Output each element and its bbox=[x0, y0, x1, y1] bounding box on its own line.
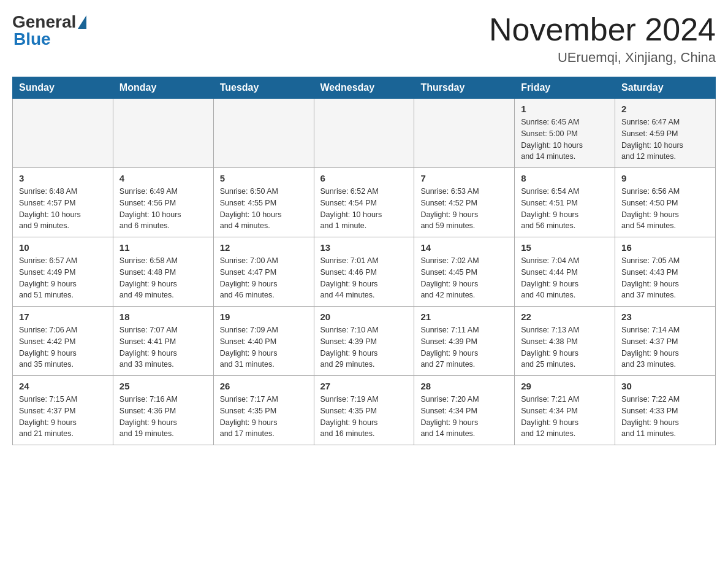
day-number: 20 bbox=[320, 312, 408, 322]
calendar-cell: 8Sunrise: 6:54 AM Sunset: 4:51 PM Daylig… bbox=[515, 168, 615, 237]
calendar-week-row: 3Sunrise: 6:48 AM Sunset: 4:57 PM Daylig… bbox=[13, 168, 716, 237]
calendar-cell: 12Sunrise: 7:00 AM Sunset: 4:47 PM Dayli… bbox=[213, 237, 314, 307]
day-info: Sunrise: 6:47 AM Sunset: 4:59 PM Dayligh… bbox=[621, 117, 709, 163]
weekday-header-sunday: Sunday bbox=[13, 77, 113, 99]
calendar-week-row: 17Sunrise: 7:06 AM Sunset: 4:42 PM Dayli… bbox=[13, 307, 716, 376]
weekday-header-wednesday: Wednesday bbox=[314, 77, 414, 99]
calendar-week-row: 24Sunrise: 7:15 AM Sunset: 4:37 PM Dayli… bbox=[13, 376, 716, 445]
day-info: Sunrise: 6:49 AM Sunset: 4:56 PM Dayligh… bbox=[119, 186, 207, 232]
day-info: Sunrise: 7:09 AM Sunset: 4:40 PM Dayligh… bbox=[220, 324, 308, 370]
calendar-cell: 17Sunrise: 7:06 AM Sunset: 4:42 PM Dayli… bbox=[13, 307, 113, 376]
calendar-week-row: 10Sunrise: 6:57 AM Sunset: 4:49 PM Dayli… bbox=[13, 237, 716, 307]
calendar-cell: 20Sunrise: 7:10 AM Sunset: 4:39 PM Dayli… bbox=[314, 307, 414, 376]
day-number: 8 bbox=[521, 173, 609, 183]
day-number: 13 bbox=[320, 242, 408, 253]
day-number: 10 bbox=[19, 242, 107, 253]
calendar-cell bbox=[113, 99, 213, 168]
calendar-cell: 15Sunrise: 7:04 AM Sunset: 4:44 PM Dayli… bbox=[515, 237, 615, 307]
day-number: 21 bbox=[420, 312, 508, 322]
calendar-cell: 18Sunrise: 7:07 AM Sunset: 4:41 PM Dayli… bbox=[113, 307, 213, 376]
day-info: Sunrise: 7:11 AM Sunset: 4:39 PM Dayligh… bbox=[420, 324, 508, 370]
day-info: Sunrise: 7:05 AM Sunset: 4:43 PM Dayligh… bbox=[621, 255, 709, 301]
day-number: 4 bbox=[119, 173, 207, 183]
day-info: Sunrise: 6:57 AM Sunset: 4:49 PM Dayligh… bbox=[19, 255, 107, 301]
day-number: 22 bbox=[521, 312, 609, 322]
calendar-cell bbox=[314, 99, 414, 168]
weekday-header-saturday: Saturday bbox=[615, 77, 716, 99]
day-number: 12 bbox=[220, 242, 308, 253]
calendar-cell: 23Sunrise: 7:14 AM Sunset: 4:37 PM Dayli… bbox=[615, 307, 716, 376]
day-info: Sunrise: 6:58 AM Sunset: 4:48 PM Dayligh… bbox=[119, 255, 207, 301]
calendar-week-row: 1Sunrise: 6:45 AM Sunset: 5:00 PM Daylig… bbox=[13, 99, 716, 168]
calendar-cell: 30Sunrise: 7:22 AM Sunset: 4:33 PM Dayli… bbox=[615, 376, 716, 445]
day-number: 3 bbox=[19, 173, 107, 183]
day-info: Sunrise: 7:01 AM Sunset: 4:46 PM Dayligh… bbox=[320, 255, 408, 301]
logo-triangle-icon bbox=[78, 15, 86, 29]
calendar-title: November 2024 bbox=[489, 12, 716, 47]
calendar-cell: 29Sunrise: 7:21 AM Sunset: 4:34 PM Dayli… bbox=[515, 376, 615, 445]
weekday-header-friday: Friday bbox=[515, 77, 615, 99]
day-number: 26 bbox=[220, 381, 308, 391]
calendar-cell: 14Sunrise: 7:02 AM Sunset: 4:45 PM Dayli… bbox=[414, 237, 515, 307]
weekday-header-row: SundayMondayTuesdayWednesdayThursdayFrid… bbox=[13, 77, 716, 99]
calendar-cell: 13Sunrise: 7:01 AM Sunset: 4:46 PM Dayli… bbox=[314, 237, 414, 307]
day-number: 9 bbox=[621, 173, 709, 183]
calendar-cell: 11Sunrise: 6:58 AM Sunset: 4:48 PM Dayli… bbox=[113, 237, 213, 307]
day-number: 25 bbox=[119, 381, 207, 391]
day-info: Sunrise: 6:48 AM Sunset: 4:57 PM Dayligh… bbox=[19, 186, 107, 232]
day-info: Sunrise: 6:54 AM Sunset: 4:51 PM Dayligh… bbox=[521, 186, 609, 232]
title-area: November 2024 UEruemqi, Xinjiang, China bbox=[489, 12, 716, 66]
calendar-cell: 16Sunrise: 7:05 AM Sunset: 4:43 PM Dayli… bbox=[615, 237, 716, 307]
day-info: Sunrise: 7:02 AM Sunset: 4:45 PM Dayligh… bbox=[420, 255, 508, 301]
calendar-cell bbox=[414, 99, 515, 168]
calendar-cell: 24Sunrise: 7:15 AM Sunset: 4:37 PM Dayli… bbox=[13, 376, 113, 445]
header: General Blue November 2024 UEruemqi, Xin… bbox=[12, 12, 716, 66]
day-info: Sunrise: 7:17 AM Sunset: 4:35 PM Dayligh… bbox=[220, 394, 308, 440]
day-info: Sunrise: 7:16 AM Sunset: 4:36 PM Dayligh… bbox=[119, 394, 207, 440]
logo-area: General Blue bbox=[12, 12, 87, 49]
weekday-header-thursday: Thursday bbox=[414, 77, 515, 99]
calendar-cell: 1Sunrise: 6:45 AM Sunset: 5:00 PM Daylig… bbox=[515, 99, 615, 168]
day-info: Sunrise: 7:22 AM Sunset: 4:33 PM Dayligh… bbox=[621, 394, 709, 440]
calendar-cell: 6Sunrise: 6:52 AM Sunset: 4:54 PM Daylig… bbox=[314, 168, 414, 237]
calendar-subtitle: UEruemqi, Xinjiang, China bbox=[489, 50, 716, 66]
day-number: 16 bbox=[621, 242, 709, 253]
day-info: Sunrise: 6:56 AM Sunset: 4:50 PM Dayligh… bbox=[621, 186, 709, 232]
day-info: Sunrise: 7:10 AM Sunset: 4:39 PM Dayligh… bbox=[320, 324, 408, 370]
calendar-cell: 28Sunrise: 7:20 AM Sunset: 4:34 PM Dayli… bbox=[414, 376, 515, 445]
day-number: 5 bbox=[220, 173, 308, 183]
calendar-cell: 2Sunrise: 6:47 AM Sunset: 4:59 PM Daylig… bbox=[615, 99, 716, 168]
weekday-header-tuesday: Tuesday bbox=[213, 77, 314, 99]
day-info: Sunrise: 7:00 AM Sunset: 4:47 PM Dayligh… bbox=[220, 255, 308, 301]
day-info: Sunrise: 6:52 AM Sunset: 4:54 PM Dayligh… bbox=[320, 186, 408, 232]
day-number: 27 bbox=[320, 381, 408, 391]
logo-blue-text: Blue bbox=[13, 29, 51, 48]
day-number: 23 bbox=[621, 312, 709, 322]
calendar-cell: 25Sunrise: 7:16 AM Sunset: 4:36 PM Dayli… bbox=[113, 376, 213, 445]
day-info: Sunrise: 7:07 AM Sunset: 4:41 PM Dayligh… bbox=[119, 324, 207, 370]
day-number: 28 bbox=[420, 381, 508, 391]
day-number: 30 bbox=[621, 381, 709, 391]
day-info: Sunrise: 7:21 AM Sunset: 4:34 PM Dayligh… bbox=[521, 394, 609, 440]
calendar-cell: 7Sunrise: 6:53 AM Sunset: 4:52 PM Daylig… bbox=[414, 168, 515, 237]
day-number: 14 bbox=[420, 242, 508, 253]
day-info: Sunrise: 7:06 AM Sunset: 4:42 PM Dayligh… bbox=[19, 324, 107, 370]
day-number: 11 bbox=[119, 242, 207, 253]
calendar-cell: 10Sunrise: 6:57 AM Sunset: 4:49 PM Dayli… bbox=[13, 237, 113, 307]
day-number: 19 bbox=[220, 312, 308, 322]
calendar-cell: 9Sunrise: 6:56 AM Sunset: 4:50 PM Daylig… bbox=[615, 168, 716, 237]
day-info: Sunrise: 7:19 AM Sunset: 4:35 PM Dayligh… bbox=[320, 394, 408, 440]
day-number: 29 bbox=[521, 381, 609, 391]
day-info: Sunrise: 7:15 AM Sunset: 4:37 PM Dayligh… bbox=[19, 394, 107, 440]
day-info: Sunrise: 6:53 AM Sunset: 4:52 PM Dayligh… bbox=[420, 186, 508, 232]
day-number: 17 bbox=[19, 312, 107, 322]
weekday-header-monday: Monday bbox=[113, 77, 213, 99]
day-number: 18 bbox=[119, 312, 207, 322]
day-info: Sunrise: 6:45 AM Sunset: 5:00 PM Dayligh… bbox=[521, 117, 609, 163]
calendar-cell: 26Sunrise: 7:17 AM Sunset: 4:35 PM Dayli… bbox=[213, 376, 314, 445]
calendar-cell: 4Sunrise: 6:49 AM Sunset: 4:56 PM Daylig… bbox=[113, 168, 213, 237]
day-number: 15 bbox=[521, 242, 609, 253]
day-info: Sunrise: 7:20 AM Sunset: 4:34 PM Dayligh… bbox=[420, 394, 508, 440]
calendar-cell: 19Sunrise: 7:09 AM Sunset: 4:40 PM Dayli… bbox=[213, 307, 314, 376]
calendar-cell bbox=[13, 99, 113, 168]
